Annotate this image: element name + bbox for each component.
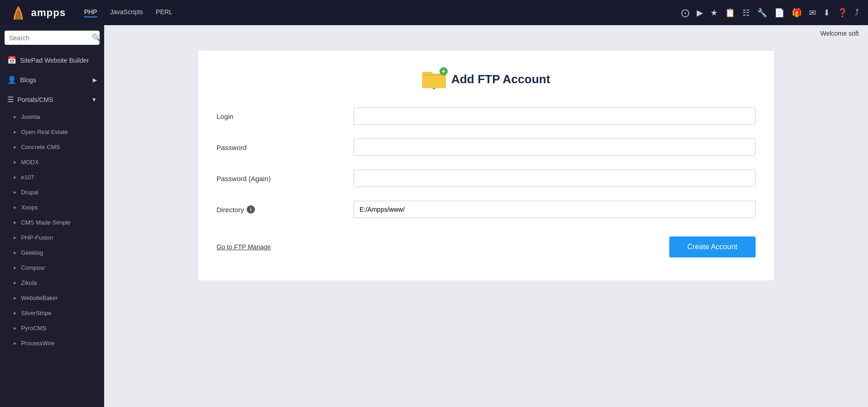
sidebar-item-blogs[interactable]: 👤 Blogs ▶	[0, 70, 104, 90]
directory-row: Directory i	[217, 201, 756, 218]
sidebar-item-websitebaker[interactable]: ► WebsiteBaker	[0, 290, 104, 305]
sidebar-item-open-real-estate[interactable]: ► Open Real Estate	[0, 124, 104, 139]
sidebar-item-cms-made-simple[interactable]: ► CMS Made Simple	[0, 215, 104, 230]
chevron-right-icon: ►	[13, 295, 17, 300]
page-content: + Add FTP Account Login Password Passwor…	[104, 42, 868, 407]
password-row: Password	[217, 139, 756, 156]
search-icon: 🔍	[92, 33, 101, 42]
grid-icon[interactable]: ☷	[742, 8, 750, 18]
sidebar-item-portals[interactable]: ☰ Portals/CMS ▼	[0, 90, 104, 109]
chevron-right-icon: ►	[13, 175, 17, 180]
chevron-right-icon: ►	[13, 235, 17, 240]
nav-javascripts[interactable]: JavaScripts	[110, 8, 143, 17]
sidebar-item-composr[interactable]: ► Composr	[0, 260, 104, 275]
card-header: + Add FTP Account	[217, 69, 756, 89]
sidebar-item-silverstripe[interactable]: ► SilverStripe	[0, 305, 104, 321]
sidebar-item-xoops[interactable]: ► Xoops	[0, 200, 104, 215]
sidebar: 🔍 📅 SitePad Website Builder 👤 Blogs ▶ ☰ …	[0, 25, 104, 407]
download-icon[interactable]: ⬇	[823, 8, 830, 18]
svg-rect-4	[433, 88, 435, 89]
sidebar-sub-label: Open Real Estate	[21, 129, 68, 135]
search-box[interactable]: 🔍	[5, 31, 100, 45]
sidebar-item-zikula[interactable]: ► Zikula	[0, 275, 104, 290]
sidebar-item-modx[interactable]: ► MODX	[0, 155, 104, 170]
sidebar-sub-label: SilverStripe	[21, 310, 51, 316]
directory-input[interactable]	[354, 201, 756, 218]
sidebar-sub-label: Joomla	[21, 113, 40, 120]
chevron-right-icon: ►	[13, 326, 17, 331]
sidebar-sub-label: Xoops	[21, 204, 38, 211]
search-input[interactable]	[9, 34, 89, 42]
chevron-right-icon: ►	[13, 280, 17, 285]
sidebar-item-label: SitePad Website Builder	[20, 57, 89, 64]
sidebar-sub-label: Concrete CMS	[21, 144, 60, 150]
password-label: Password	[217, 144, 354, 151]
mail-icon[interactable]: ✉	[809, 8, 816, 18]
sidebar-item-joomla[interactable]: ► Joomla	[0, 109, 104, 124]
logo-text: ampps	[31, 7, 66, 19]
form-actions: Go to FTP Manage Create Account	[217, 232, 756, 257]
logout-icon[interactable]: ⤴	[855, 8, 859, 17]
sidebar-item-label: Portals/CMS	[17, 96, 53, 103]
document-icon[interactable]: 📄	[774, 8, 784, 18]
welcome-text: Welcome soft	[820, 30, 859, 37]
portals-icon: ☰	[7, 95, 14, 104]
directory-info-icon[interactable]: i	[247, 205, 255, 214]
sidebar-item-drupal[interactable]: ► Drupal	[0, 185, 104, 200]
sitepad-icon: 📅	[7, 56, 16, 64]
login-row: Login	[217, 107, 756, 125]
sidebar-item-processwire[interactable]: ► ProcessWire	[0, 336, 104, 351]
play-icon[interactable]: ▶	[697, 8, 703, 18]
nav-perl[interactable]: PERL	[156, 8, 173, 17]
nav-php[interactable]: PHP	[84, 8, 97, 17]
chevron-right-icon: ►	[13, 205, 17, 210]
nav-links: PHP JavaScripts PERL	[84, 8, 681, 17]
password-input[interactable]	[354, 139, 756, 156]
chevron-right-icon: ►	[13, 341, 17, 346]
help-icon[interactable]: ❓	[837, 8, 847, 18]
sidebar-item-sitepad[interactable]: 📅 SitePad Website Builder	[0, 50, 104, 70]
login-input[interactable]	[354, 107, 756, 125]
chevron-down-icon: ▼	[91, 96, 97, 103]
sidebar-sub-label: Composr	[21, 264, 45, 271]
password-again-row: Password (Again)	[217, 170, 756, 187]
clipboard-icon[interactable]: 📋	[725, 8, 735, 18]
sidebar-sub-label: Zikula	[21, 279, 37, 286]
content-area: Welcome soft	[104, 25, 868, 407]
chevron-right-icon: ►	[13, 250, 17, 255]
password-again-input[interactable]	[354, 170, 756, 187]
chevron-right-icon: ►	[13, 220, 17, 225]
wrench-icon[interactable]: 🔧	[757, 8, 767, 18]
ampps-logo-icon	[9, 4, 27, 22]
wordpress-icon[interactable]: ⨀	[681, 8, 689, 18]
plus-badge-icon: +	[439, 67, 448, 75]
sidebar-item-php-fusion[interactable]: ► PHP-Fusion	[0, 230, 104, 245]
main-layout: 🔍 📅 SitePad Website Builder 👤 Blogs ▶ ☰ …	[0, 25, 868, 407]
blogs-icon: 👤	[7, 75, 16, 84]
password-again-label: Password (Again)	[217, 175, 354, 182]
sidebar-sub-label: WebsiteBaker	[21, 295, 58, 301]
sidebar-sub-label: PyroCMS	[21, 325, 47, 332]
nav-icons: ⨀ ▶ ★ 📋 ☷ 🔧 📄 🎁 ✉ ⬇ ❓ ⤴	[681, 8, 859, 18]
top-bar: Welcome soft	[104, 25, 868, 42]
sidebar-sub-label: e107	[21, 174, 34, 181]
sidebar-sub-label: CMS Made Simple	[21, 219, 70, 226]
sidebar-item-concrete-cms[interactable]: ► Concrete CMS	[0, 139, 104, 155]
chevron-right-icon: ►	[13, 190, 17, 195]
create-account-button[interactable]: Create Account	[669, 236, 756, 257]
page-title: Add FTP Account	[451, 72, 550, 86]
star-icon[interactable]: ★	[710, 8, 718, 18]
svg-rect-3	[422, 75, 446, 88]
sidebar-item-e107[interactable]: ► e107	[0, 170, 104, 185]
directory-label: Directory i	[217, 205, 354, 214]
chevron-right-icon: ▶	[93, 77, 97, 83]
login-label: Login	[217, 112, 354, 120]
chevron-right-icon: ►	[13, 311, 17, 316]
go-to-ftp-link[interactable]: Go to FTP Manage	[217, 243, 271, 251]
sidebar-item-geeklog[interactable]: ► Geeklog	[0, 245, 104, 260]
main-card: + Add FTP Account Login Password Passwor…	[198, 51, 774, 280]
sidebar-sub-label: MODX	[21, 159, 39, 166]
gift-icon[interactable]: 🎁	[792, 8, 802, 18]
sidebar-sub-label: PHP-Fusion	[21, 234, 53, 241]
sidebar-item-pyrocms[interactable]: ► PyroCMS	[0, 321, 104, 336]
